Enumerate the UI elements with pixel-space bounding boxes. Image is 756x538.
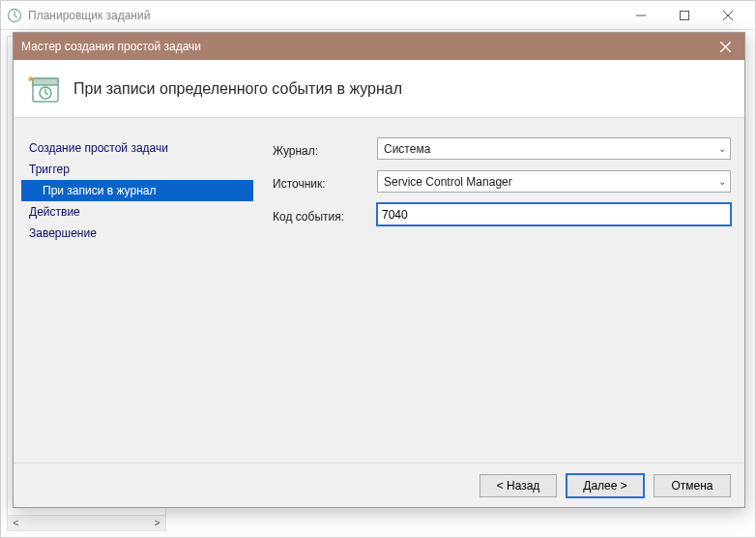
step-action[interactable]: Действие bbox=[21, 201, 253, 223]
maximize-button[interactable] bbox=[662, 1, 706, 30]
wizard-steps: Создание простой задачи Триггер При запи… bbox=[21, 137, 253, 453]
next-button[interactable]: Далее > bbox=[567, 474, 644, 497]
wizard-heading: При записи определенного события в журна… bbox=[73, 80, 402, 98]
event-id-label: Код события: bbox=[273, 210, 369, 224]
cancel-button[interactable]: Отмена bbox=[654, 474, 731, 497]
close-button[interactable] bbox=[706, 1, 749, 30]
calendar-star-icon bbox=[27, 75, 60, 104]
wizard-header: При записи определенного события в журна… bbox=[14, 60, 744, 118]
step-finish[interactable]: Завершение bbox=[21, 223, 253, 244]
outer-window-title: Планировщик заданий bbox=[28, 9, 619, 22]
log-select-value: Система bbox=[384, 142, 430, 156]
source-select-value: Service Control Manager bbox=[384, 175, 512, 189]
step-on-log-event[interactable]: При записи в журнал bbox=[21, 180, 253, 201]
wizard-title: Мастер создания простой задачи bbox=[21, 40, 706, 53]
back-button[interactable]: < Назад bbox=[480, 474, 557, 497]
wizard-dialog: Мастер создания простой задачи При запис… bbox=[13, 32, 745, 508]
background-scrollbar[interactable]: < > bbox=[7, 515, 166, 531]
source-label: Источник: bbox=[273, 177, 369, 191]
step-trigger[interactable]: Триггер bbox=[21, 159, 253, 180]
wizard-footer: < Назад Далее > Отмена bbox=[14, 463, 744, 507]
log-select[interactable]: Система ⌄ bbox=[377, 137, 731, 160]
chevron-down-icon: ⌄ bbox=[718, 143, 726, 154]
svg-rect-3 bbox=[33, 78, 58, 85]
wizard-close-button[interactable] bbox=[706, 33, 744, 60]
event-form: Журнал: Система ⌄ Источник: Service Cont… bbox=[273, 137, 731, 453]
log-label: Журнал: bbox=[273, 144, 369, 158]
chevron-down-icon: ⌄ bbox=[718, 176, 726, 187]
svg-rect-1 bbox=[680, 11, 688, 19]
window-controls bbox=[619, 1, 749, 30]
minimize-button[interactable] bbox=[619, 1, 662, 30]
outer-titlebar: Планировщик заданий bbox=[1, 1, 755, 30]
wizard-titlebar: Мастер создания простой задачи bbox=[14, 33, 744, 60]
scroll-left-icon[interactable]: < bbox=[8, 518, 24, 528]
clock-icon bbox=[7, 8, 22, 23]
wizard-body: Создание простой задачи Триггер При запи… bbox=[14, 118, 744, 463]
scroll-right-icon[interactable]: > bbox=[149, 518, 165, 528]
step-create-task[interactable]: Создание простой задачи bbox=[21, 137, 253, 159]
source-select[interactable]: Service Control Manager ⌄ bbox=[377, 170, 731, 193]
event-id-input[interactable] bbox=[377, 203, 731, 225]
